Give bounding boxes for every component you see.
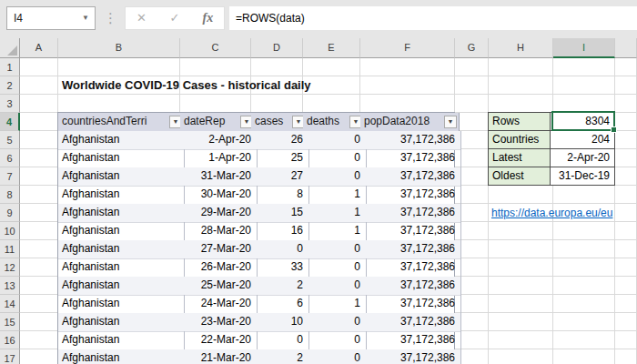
data-source-link[interactable]: https://data.europa.eu/eu (491, 204, 637, 222)
column-header-B[interactable]: B (58, 38, 180, 58)
table-cell[interactable]: 1 (303, 204, 367, 223)
filter-dropdown-icon[interactable]: ▼ (444, 116, 457, 128)
table-cell[interactable]: Afghanistan (58, 222, 185, 241)
column-header-partial[interactable] (615, 38, 637, 58)
table-header-dateRep[interactable]: dateRep▼ (180, 113, 256, 132)
row-header-2[interactable]: 2 (0, 76, 20, 95)
table-cell[interactable]: 0 (303, 149, 367, 168)
table-cell[interactable]: Afghanistan (58, 240, 185, 259)
table-cell[interactable]: 26 (251, 131, 309, 150)
table-cell[interactable]: 33 (251, 258, 309, 278)
table-cell[interactable]: Afghanistan (58, 186, 185, 205)
table-cell[interactable]: 1 (303, 295, 367, 314)
summary-label-oldest[interactable]: Oldest (489, 167, 551, 186)
table-cell[interactable]: 27-Mar-20 (180, 240, 258, 259)
summary-label-rows[interactable]: Rows (489, 113, 551, 131)
table-cell[interactable]: 37,172,386 (360, 131, 461, 150)
row-header-16[interactable]: 16 (0, 331, 20, 349)
table-cell[interactable]: 1-Apr-20 (180, 149, 258, 168)
table-cell[interactable]: Afghanistan (58, 331, 185, 350)
row-header-1[interactable]: 1 (0, 58, 20, 76)
table-cell[interactable]: 26-Mar-20 (180, 258, 258, 278)
table-cell[interactable]: 0 (251, 240, 309, 259)
table-cell[interactable]: 37,172,386 (360, 186, 461, 205)
column-header-H[interactable]: H (489, 38, 553, 58)
table-cell[interactable]: 0 (303, 240, 367, 259)
table-cell[interactable]: 0 (303, 167, 367, 187)
table-cell[interactable]: Afghanistan (58, 349, 185, 364)
column-header-F[interactable]: F (360, 38, 455, 58)
table-cell[interactable]: 22-Mar-20 (180, 331, 258, 350)
table-cell[interactable]: 16 (251, 222, 309, 241)
table-cell[interactable]: 37,172,386 (360, 295, 461, 314)
summary-value-countries[interactable]: 204 (551, 131, 615, 149)
table-cell[interactable]: Afghanistan (58, 131, 185, 150)
table-cell[interactable]: 37,172,386 (360, 349, 461, 364)
summary-label-countries[interactable]: Countries (489, 131, 551, 149)
row-header-14[interactable]: 14 (0, 295, 20, 313)
table-cell[interactable]: Afghanistan (58, 295, 185, 314)
summary-label-latest[interactable]: Latest (489, 149, 551, 167)
table-cell[interactable]: 8 (251, 186, 309, 205)
table-cell[interactable]: Afghanistan (58, 167, 185, 187)
table-cell[interactable]: 0 (251, 331, 309, 350)
row-header-10[interactable]: 10 (0, 222, 20, 240)
formula-input[interactable]: =ROWS(data) (229, 6, 637, 30)
table-cell[interactable]: 37,172,386 (360, 331, 461, 350)
table-cell[interactable]: 0 (303, 258, 367, 278)
row-header-13[interactable]: 13 (0, 277, 20, 295)
sheet-title[interactable]: Worldwide COVID-19 Cases - historical da… (62, 76, 444, 95)
table-cell[interactable]: 0 (303, 131, 367, 150)
table-cell[interactable]: 25-Mar-20 (180, 277, 258, 296)
enter-icon[interactable]: ✓ (160, 7, 189, 29)
table-cell[interactable]: 0 (303, 349, 367, 364)
table-cell[interactable]: Afghanistan (58, 258, 185, 278)
column-header-C[interactable]: C (180, 38, 251, 58)
table-cell[interactable]: 29-Mar-20 (180, 204, 258, 223)
table-cell[interactable]: 0 (303, 313, 367, 332)
table-cell[interactable]: 0 (303, 331, 367, 350)
table-cell[interactable]: 1 (303, 186, 367, 205)
column-header-D[interactable]: D (251, 38, 303, 58)
select-all-corner[interactable] (0, 38, 20, 58)
table-cell[interactable]: Afghanistan (58, 149, 185, 168)
row-header-9[interactable]: 9 (0, 204, 20, 222)
table-cell[interactable]: 27 (251, 167, 309, 187)
table-cell[interactable]: 15 (251, 204, 309, 223)
row-header-3[interactable]: 3 (0, 95, 20, 113)
table-cell[interactable]: 37,172,386 (360, 167, 461, 187)
table-cell[interactable]: 0 (303, 277, 367, 296)
cancel-icon[interactable]: ✕ (127, 7, 157, 29)
name-box-dropdown-icon[interactable]: ▼ (82, 7, 89, 29)
row-header-6[interactable]: 6 (0, 149, 20, 167)
table-cell[interactable]: 37,172,386 (360, 258, 461, 278)
table-cell[interactable]: Afghanistan (58, 313, 185, 332)
column-header-A[interactable]: A (20, 38, 58, 58)
summary-value-oldest[interactable]: 31-Dec-19 (551, 167, 615, 186)
insert-function-icon[interactable]: fx (193, 7, 222, 29)
table-cell[interactable]: 21-Mar-20 (180, 349, 258, 364)
table-cell[interactable]: 10 (251, 313, 309, 332)
table-cell[interactable]: 2 (251, 349, 309, 364)
table-cell[interactable]: 37,172,386 (360, 204, 461, 223)
table-cell[interactable]: 30-Mar-20 (180, 186, 258, 205)
active-cell-border[interactable] (551, 111, 615, 131)
table-cell[interactable]: 2-Apr-20 (180, 131, 258, 150)
table-cell[interactable]: 25 (251, 149, 309, 168)
table-cell[interactable]: 1 (303, 222, 367, 241)
table-cell[interactable]: 24-Mar-20 (180, 295, 258, 314)
table-header-popData2018[interactable]: popData2018▼ (360, 113, 460, 132)
table-cell[interactable]: 6 (251, 295, 309, 314)
table-header-countriesAndTerri[interactable]: countriesAndTerri▼ (58, 113, 185, 132)
summary-value-latest[interactable]: 2-Apr-20 (551, 149, 615, 167)
row-header-12[interactable]: 12 (0, 258, 20, 277)
table-header-cases[interactable]: cases▼ (251, 113, 308, 132)
table-cell[interactable]: 2 (251, 277, 309, 296)
table-cell[interactable]: 37,172,386 (360, 277, 461, 296)
table-cell[interactable]: 37,172,386 (360, 222, 461, 241)
table-cell[interactable]: Afghanistan (58, 204, 185, 223)
column-header-E[interactable]: E (303, 38, 360, 58)
row-header-4[interactable]: 4 (0, 113, 20, 131)
table-cell[interactable]: 37,172,386 (360, 149, 461, 168)
table-cell[interactable]: 28-Mar-20 (180, 222, 258, 241)
